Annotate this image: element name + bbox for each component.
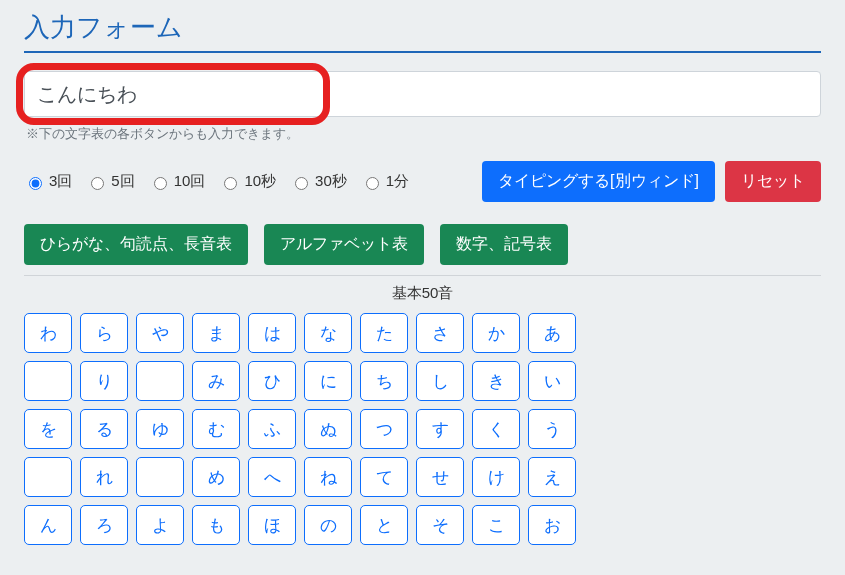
kana-button[interactable]: に bbox=[304, 361, 352, 401]
kana-button[interactable]: あ bbox=[528, 313, 576, 353]
title-divider bbox=[24, 51, 821, 53]
radio-input[interactable] bbox=[29, 177, 42, 190]
kana-button[interactable]: こ bbox=[472, 505, 520, 545]
kana-button[interactable]: て bbox=[360, 457, 408, 497]
kana-button[interactable]: を bbox=[24, 409, 72, 449]
kana-button[interactable]: の bbox=[304, 505, 352, 545]
kana-row: わらやまはなたさかあ bbox=[24, 313, 821, 353]
kana-button-empty: . bbox=[136, 361, 184, 401]
radio-option[interactable]: 10回 bbox=[149, 172, 206, 191]
radio-label: 1分 bbox=[386, 172, 409, 191]
kana-button[interactable]: た bbox=[360, 313, 408, 353]
kana-button[interactable]: は bbox=[248, 313, 296, 353]
radio-option[interactable]: 5回 bbox=[86, 172, 134, 191]
char-table-tab[interactable]: ひらがな、句読点、長音表 bbox=[24, 224, 248, 265]
kana-grid: わらやまはなたさかあ.り.みひにちしきいをるゆむふぬつすくう.れ.めへねてせけえ… bbox=[24, 313, 821, 545]
kana-button[interactable]: へ bbox=[248, 457, 296, 497]
kana-button[interactable]: ち bbox=[360, 361, 408, 401]
page-title: 入力フォーム bbox=[24, 10, 821, 45]
kana-button[interactable]: ほ bbox=[248, 505, 296, 545]
radio-input[interactable] bbox=[366, 177, 379, 190]
radio-label: 30秒 bbox=[315, 172, 347, 191]
kana-button[interactable]: み bbox=[192, 361, 240, 401]
radio-option[interactable]: 1分 bbox=[361, 172, 409, 191]
kana-button[interactable]: わ bbox=[24, 313, 72, 353]
kana-button[interactable]: か bbox=[472, 313, 520, 353]
radio-input[interactable] bbox=[295, 177, 308, 190]
kana-row: .り.みひにちしきい bbox=[24, 361, 821, 401]
kana-button-empty: . bbox=[136, 457, 184, 497]
kana-button[interactable]: さ bbox=[416, 313, 464, 353]
kana-button[interactable]: よ bbox=[136, 505, 184, 545]
kana-button[interactable]: う bbox=[528, 409, 576, 449]
kana-button[interactable]: そ bbox=[416, 505, 464, 545]
kana-button[interactable]: し bbox=[416, 361, 464, 401]
kana-button-empty: . bbox=[24, 457, 72, 497]
radio-option[interactable]: 3回 bbox=[24, 172, 72, 191]
main-text-input[interactable] bbox=[24, 71, 821, 117]
kana-button[interactable]: と bbox=[360, 505, 408, 545]
kana-button[interactable]: も bbox=[192, 505, 240, 545]
kana-button[interactable]: つ bbox=[360, 409, 408, 449]
kana-button[interactable]: ま bbox=[192, 313, 240, 353]
char-table-tabs: ひらがな、句読点、長音表アルファベット表数字、記号表 bbox=[24, 224, 821, 265]
kana-button[interactable]: れ bbox=[80, 457, 128, 497]
reset-button[interactable]: リセット bbox=[725, 161, 821, 202]
kana-button[interactable]: い bbox=[528, 361, 576, 401]
kana-button[interactable]: ゆ bbox=[136, 409, 184, 449]
typing-button[interactable]: タイピングする[別ウィンド] bbox=[482, 161, 715, 202]
radio-label: 10秒 bbox=[244, 172, 276, 191]
radio-label: 3回 bbox=[49, 172, 72, 191]
radio-label: 10回 bbox=[174, 172, 206, 191]
section-divider bbox=[24, 275, 821, 276]
kana-button[interactable]: め bbox=[192, 457, 240, 497]
repeat-options: 3回5回10回10秒30秒1分 bbox=[24, 172, 419, 191]
kana-button[interactable]: き bbox=[472, 361, 520, 401]
radio-input[interactable] bbox=[224, 177, 237, 190]
kana-button[interactable]: ら bbox=[80, 313, 128, 353]
kana-button[interactable]: り bbox=[80, 361, 128, 401]
kana-button[interactable]: ね bbox=[304, 457, 352, 497]
kana-row: をるゆむふぬつすくう bbox=[24, 409, 821, 449]
radio-option[interactable]: 10秒 bbox=[219, 172, 276, 191]
kana-button[interactable]: む bbox=[192, 409, 240, 449]
radio-label: 5回 bbox=[111, 172, 134, 191]
radio-option[interactable]: 30秒 bbox=[290, 172, 347, 191]
kana-section-title: 基本50音 bbox=[24, 284, 821, 303]
radio-input[interactable] bbox=[154, 177, 167, 190]
kana-button-empty: . bbox=[24, 361, 72, 401]
char-table-tab[interactable]: アルファベット表 bbox=[264, 224, 424, 265]
kana-button[interactable]: お bbox=[528, 505, 576, 545]
kana-button[interactable]: す bbox=[416, 409, 464, 449]
kana-row: んろよもほのとそこお bbox=[24, 505, 821, 545]
kana-button[interactable]: な bbox=[304, 313, 352, 353]
kana-button[interactable]: せ bbox=[416, 457, 464, 497]
kana-button[interactable]: え bbox=[528, 457, 576, 497]
kana-button[interactable]: る bbox=[80, 409, 128, 449]
char-table-tab[interactable]: 数字、記号表 bbox=[440, 224, 568, 265]
kana-button[interactable]: ふ bbox=[248, 409, 296, 449]
radio-input[interactable] bbox=[91, 177, 104, 190]
kana-button[interactable]: や bbox=[136, 313, 184, 353]
kana-button[interactable]: ひ bbox=[248, 361, 296, 401]
kana-button[interactable]: ぬ bbox=[304, 409, 352, 449]
kana-button[interactable]: ろ bbox=[80, 505, 128, 545]
kana-button[interactable]: く bbox=[472, 409, 520, 449]
kana-row: .れ.めへねてせけえ bbox=[24, 457, 821, 497]
kana-button[interactable]: ん bbox=[24, 505, 72, 545]
kana-button[interactable]: け bbox=[472, 457, 520, 497]
helper-text: ※下の文字表の各ボタンからも入力できます。 bbox=[26, 125, 821, 143]
